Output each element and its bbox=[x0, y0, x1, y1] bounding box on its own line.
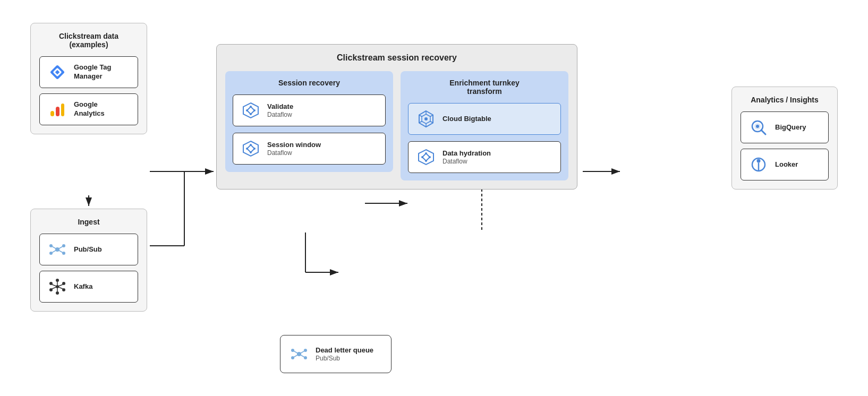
enrichment-title: Enrichment turnkey transform bbox=[408, 79, 561, 96]
analytics-box: Analytics / Insights BigQuery bbox=[731, 87, 838, 190]
ingest-items: Pub/Sub bbox=[39, 234, 138, 303]
svg-point-44 bbox=[246, 109, 248, 111]
dataflow-session-icon bbox=[241, 139, 261, 159]
svg-point-56 bbox=[250, 151, 252, 153]
data-hydration-label: Data hydration Dataflow bbox=[442, 149, 491, 166]
svg-point-54 bbox=[250, 144, 252, 146]
enrichment-inner: Enrichment turnkey transform bbox=[401, 71, 568, 180]
session-recovery-outer-title: Clickstream session recovery bbox=[225, 53, 568, 63]
clickstream-title: Clickstream data (examples) bbox=[39, 32, 138, 49]
ingest-box: Ingest bbox=[30, 209, 147, 312]
svg-point-73 bbox=[429, 156, 431, 158]
ingest-title: Ingest bbox=[39, 218, 138, 226]
ga-icon bbox=[47, 99, 67, 119]
session-window-item: Session window Dataflow bbox=[233, 133, 386, 165]
svg-point-72 bbox=[425, 152, 427, 154]
dead-letter-box: Dead letter queue Pub/Sub bbox=[280, 335, 392, 373]
svg-point-28 bbox=[56, 291, 59, 295]
svg-point-71 bbox=[421, 156, 423, 158]
dataflow-hydration-icon bbox=[416, 147, 436, 167]
session-recovery-inner: Session recovery bbox=[225, 71, 393, 172]
diagram-container: Clickstream data (examples) Google TagMa… bbox=[20, 12, 848, 384]
svg-point-55 bbox=[253, 148, 256, 150]
svg-point-59 bbox=[424, 117, 428, 120]
kafka-icon bbox=[47, 277, 67, 297]
session-window-label: Session window Dataflow bbox=[267, 141, 321, 157]
pubsub-icon bbox=[47, 239, 67, 260]
bigtable-icon bbox=[416, 109, 436, 129]
gtm-item: Google TagManager bbox=[39, 56, 138, 88]
validate-label: Validate Dataflow bbox=[267, 102, 293, 119]
clickstream-items: Google TagManager GoogleAnalytics bbox=[39, 56, 138, 125]
kafka-label: Kafka bbox=[74, 282, 92, 291]
svg-point-45 bbox=[250, 106, 252, 108]
svg-point-53 bbox=[246, 148, 248, 150]
session-recovery-title: Session recovery bbox=[233, 79, 386, 87]
looker-icon bbox=[748, 154, 769, 175]
analytics-title: Analytics / Insights bbox=[741, 96, 829, 104]
svg-point-78 bbox=[756, 125, 759, 128]
dataflow-validate-icon bbox=[241, 100, 261, 120]
data-hydration-item: Data hydration Dataflow bbox=[408, 141, 561, 173]
session-recovery-outer: Clickstream session recovery Session rec… bbox=[216, 44, 577, 190]
bigquery-item: BigQuery bbox=[741, 111, 829, 143]
kafka-item: Kafka bbox=[39, 271, 138, 303]
bigtable-item: Cloud Bigtable bbox=[408, 103, 561, 135]
dead-letter-label: Dead letter queue Pub/Sub bbox=[316, 346, 373, 363]
validate-item: Validate Dataflow bbox=[233, 94, 386, 126]
svg-rect-15 bbox=[56, 107, 59, 116]
gtm-icon bbox=[47, 62, 67, 82]
ga-label: GoogleAnalytics bbox=[74, 100, 105, 118]
svg-line-77 bbox=[761, 130, 765, 134]
svg-marker-48 bbox=[243, 141, 258, 156]
svg-point-74 bbox=[425, 160, 427, 162]
ga-item: GoogleAnalytics bbox=[39, 93, 138, 125]
bigtable-label: Cloud Bigtable bbox=[442, 115, 491, 124]
pubsub-label: Pub/Sub bbox=[74, 245, 102, 254]
svg-marker-66 bbox=[419, 150, 433, 165]
looker-label: Looker bbox=[775, 160, 798, 169]
svg-point-80 bbox=[757, 159, 761, 163]
gtm-label: Google TagManager bbox=[74, 63, 112, 81]
svg-marker-39 bbox=[243, 103, 258, 118]
dead-letter-icon bbox=[289, 344, 309, 364]
svg-point-46 bbox=[253, 109, 256, 111]
svg-point-27 bbox=[56, 279, 59, 282]
clickstream-box: Clickstream data (examples) Google TagMa… bbox=[30, 23, 147, 134]
svg-rect-16 bbox=[61, 104, 64, 116]
svg-rect-14 bbox=[50, 111, 54, 116]
svg-point-47 bbox=[250, 113, 252, 115]
dead-letter-item: Dead letter queue Pub/Sub bbox=[289, 344, 382, 364]
analytics-items: BigQuery Looker bbox=[741, 111, 829, 180]
bigquery-label: BigQuery bbox=[775, 123, 806, 132]
looker-item: Looker bbox=[741, 149, 829, 180]
bigquery-icon bbox=[748, 117, 769, 137]
pubsub-item: Pub/Sub bbox=[39, 234, 138, 265]
